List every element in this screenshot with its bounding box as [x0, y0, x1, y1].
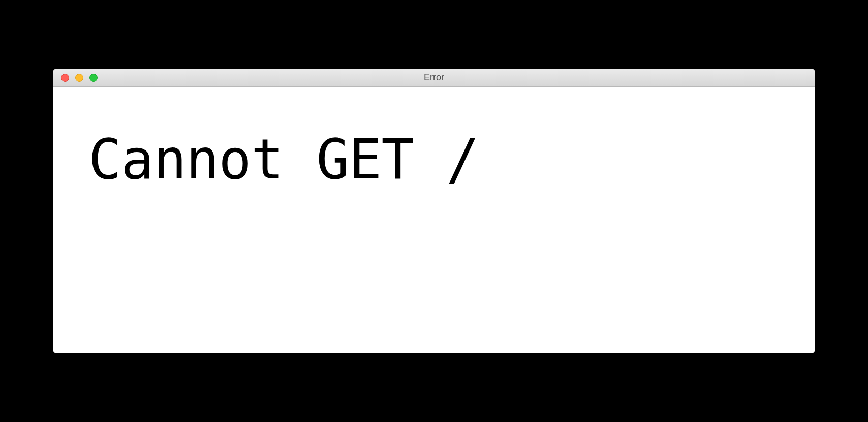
error-message: Cannot GET / [88, 128, 780, 191]
traffic-lights [61, 74, 98, 82]
maximize-window-button[interactable] [89, 74, 98, 82]
close-window-button[interactable] [61, 74, 69, 82]
app-window: Error Cannot GET / [53, 69, 815, 353]
titlebar[interactable]: Error [53, 69, 815, 87]
window-title: Error [53, 72, 815, 83]
minimize-window-button[interactable] [75, 74, 83, 82]
content-area: Cannot GET / [53, 87, 815, 353]
